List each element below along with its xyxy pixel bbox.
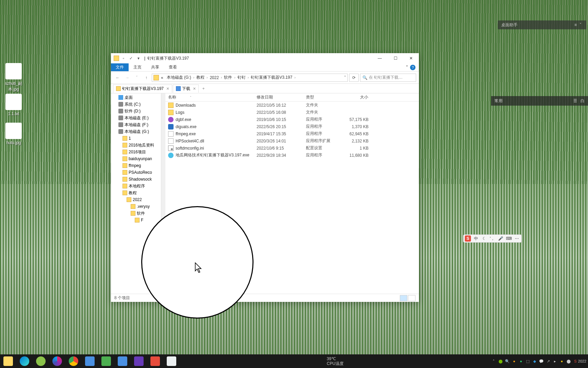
nav-history-dropdown[interactable]: ˅ bbox=[133, 74, 141, 82]
ribbon-tab-home[interactable]: 主页 bbox=[129, 63, 146, 71]
desktop-icon[interactable]: 1.1.txt bbox=[2, 94, 26, 116]
file-row[interactable]: dgbf.exe2019/10/6 10:15应用程序57,175 KB bbox=[165, 116, 419, 123]
close-button[interactable]: ✕ bbox=[403, 53, 419, 63]
tray-icon[interactable]: ↗ bbox=[545, 358, 551, 364]
file-row[interactable]: Downloads2022/10/5 16:12文件夹 bbox=[165, 102, 419, 109]
window-tab[interactable]: 下载 × bbox=[173, 85, 199, 93]
taskbar-app[interactable] bbox=[82, 354, 98, 368]
tray-icon[interactable]: ⬚ bbox=[525, 358, 531, 364]
tray-icon[interactable]: ▸ bbox=[552, 358, 558, 364]
tray-icon[interactable]: ⬤ bbox=[566, 358, 572, 364]
tree-node[interactable]: 软件 bbox=[111, 210, 161, 217]
taskbar-app[interactable] bbox=[131, 354, 147, 368]
right-sidebar[interactable]: 常用 ☰ 白 bbox=[491, 96, 588, 106]
titlebar[interactable]: ▫ ✓ ▾ | 钉钉直播下载器V3.197 — ☐ ✕ bbox=[111, 53, 419, 63]
assistant-chevron-icon[interactable]: ˅ bbox=[578, 22, 583, 27]
tree-node[interactable]: .verysy bbox=[111, 203, 161, 210]
tree-node[interactable]: 教程 bbox=[111, 189, 161, 196]
moon-icon[interactable]: ☾ bbox=[481, 235, 487, 242]
start-button[interactable] bbox=[0, 354, 16, 368]
window-tab[interactable]: 钉钉直播下载器V3.197 × bbox=[113, 85, 172, 93]
tray-icon[interactable]: ● bbox=[559, 358, 565, 364]
tree-node[interactable]: baiduyunpan bbox=[111, 155, 161, 162]
tray-icon[interactable]: ● bbox=[518, 358, 524, 364]
taskbar-app[interactable] bbox=[163, 354, 180, 368]
tree-node[interactable]: 本地磁盘 (G:) bbox=[111, 128, 161, 135]
taskbar-app[interactable] bbox=[147, 354, 163, 368]
view-details-button[interactable] bbox=[400, 295, 407, 301]
ime-punct[interactable]: '， bbox=[489, 235, 495, 242]
tree-node[interactable]: 系统 (C:) bbox=[111, 101, 161, 108]
desktop-icon[interactable]: szhuti_副本.jpg bbox=[2, 63, 26, 92]
file-row[interactable]: diguats.exe2022/5/26 20:15应用程序1,370 KB bbox=[165, 123, 419, 130]
tree-node[interactable]: 1 bbox=[111, 135, 161, 142]
qat-dropdown-icon[interactable]: ▾ bbox=[135, 55, 142, 61]
tree-node[interactable]: 桌面 bbox=[111, 94, 161, 101]
chevron-down-icon[interactable]: ˅ bbox=[344, 75, 346, 80]
qat-button[interactable]: ▫ bbox=[120, 55, 127, 61]
tab-close-icon[interactable]: × bbox=[166, 86, 169, 91]
ribbon-tab-share[interactable]: 共享 bbox=[146, 63, 164, 71]
taskbar[interactable]: 39℃ CPU温度 ˄ ⬤ 🔍 ● ● ⬚ ◆ 💬 ↗ ▸ ● ⬤ S 2022 bbox=[0, 354, 588, 368]
taskbar-app[interactable] bbox=[49, 354, 65, 368]
keyboard-icon[interactable]: ⌨ bbox=[506, 235, 512, 242]
tree-node[interactable]: 软件 (D:) bbox=[111, 108, 161, 114]
file-row[interactable]: Logs2022/10/5 16:08文件夹 bbox=[165, 109, 419, 116]
maximize-button[interactable]: ☐ bbox=[388, 53, 403, 63]
sogou-icon[interactable]: S bbox=[465, 235, 471, 242]
tree-node[interactable]: ffmpeg bbox=[111, 162, 161, 169]
tree-node[interactable]: 本地程序 bbox=[111, 183, 161, 189]
minimize-button[interactable]: — bbox=[372, 53, 388, 63]
tree-node[interactable]: 2016地瓜资料 bbox=[111, 142, 161, 149]
tab-close-icon[interactable]: × bbox=[193, 86, 196, 91]
taskbar-app[interactable] bbox=[16, 354, 33, 368]
tree-node[interactable]: 本地磁盘 (E:) bbox=[111, 114, 161, 121]
taskbar-app[interactable] bbox=[65, 354, 82, 368]
tree-node[interactable]: F bbox=[111, 217, 161, 224]
taskbar-app[interactable] bbox=[98, 354, 114, 368]
column-headers[interactable]: 名称˄ 修改日期 类型 大小 bbox=[165, 93, 419, 102]
tree-node[interactable]: PSAutoReco bbox=[111, 169, 161, 176]
desktop-assistant-bar[interactable]: 桌面助手 ≡ ˅ bbox=[498, 20, 586, 29]
file-row[interactable]: ffmpeg.exe2019/4/17 15:35应用程序62,945 KB bbox=[165, 130, 419, 137]
refresh-button[interactable]: ⟳ bbox=[349, 74, 359, 82]
ime-lang[interactable]: 中 bbox=[473, 235, 479, 242]
tree-node[interactable]: 2022 bbox=[111, 196, 161, 203]
file-row[interactable]: softdmconfig.ini2022/10/6 9:15配置设置1 KB bbox=[165, 144, 419, 152]
ribbon-expand-icon[interactable]: ˅ bbox=[406, 65, 408, 70]
add-tab-button[interactable]: + bbox=[199, 85, 207, 93]
ribbon-tab-file[interactable]: 文件 bbox=[111, 63, 129, 71]
desktop-icon[interactable]: hutu.jpg bbox=[2, 123, 26, 145]
mic-icon[interactable]: 🎤 bbox=[497, 235, 504, 242]
tray-icon[interactable]: ⬤ bbox=[497, 358, 504, 364]
tray-icon[interactable]: ˄ bbox=[491, 358, 497, 364]
nav-up-button[interactable]: ↑ bbox=[142, 74, 150, 82]
nav-forward-button[interactable]: → bbox=[123, 74, 131, 82]
nav-back-button[interactable]: ← bbox=[114, 74, 122, 82]
tray-clock[interactable]: 2022 bbox=[579, 358, 585, 364]
tree-node[interactable]: 本地磁盘 (F:) bbox=[111, 121, 161, 128]
tray-icon[interactable]: ◆ bbox=[532, 358, 538, 364]
system-tray[interactable]: ˄ ⬤ 🔍 ● ● ⬚ ◆ 💬 ↗ ▸ ● ⬤ S 2022 bbox=[491, 358, 588, 364]
breadcrumb[interactable]: « 本地磁盘 (G:)› 教程› 2022› 软件› 钉钉› 钉钉直播下载器V3… bbox=[152, 74, 348, 82]
tray-icon[interactable]: 💬 bbox=[538, 358, 544, 364]
list-icon[interactable]: ☰ bbox=[573, 98, 577, 103]
tree-node[interactable]: Shadowsock bbox=[111, 176, 161, 183]
tray-icon[interactable]: ● bbox=[511, 358, 517, 364]
tray-icon[interactable]: 🔍 bbox=[504, 358, 510, 364]
view-icons-button[interactable] bbox=[408, 295, 415, 301]
ime-toolbar[interactable]: S 中 ☾ '， 🎤 ⌨ ⋯ bbox=[463, 234, 522, 243]
ime-menu-icon[interactable]: ⋯ bbox=[514, 235, 520, 242]
file-row[interactable]: HPSocket4C.dll2020/3/26 14:01应用程序扩展2,132… bbox=[165, 137, 419, 144]
taskbar-app[interactable] bbox=[114, 354, 131, 368]
file-row[interactable]: 地瓜网络技术钉钉直播下载器V3.197.exe2022/9/28 18:34应用… bbox=[165, 152, 419, 159]
help-icon[interactable]: ? bbox=[410, 65, 415, 70]
ribbon-tab-view[interactable]: 查看 bbox=[164, 63, 182, 71]
assistant-menu-icon[interactable]: ≡ bbox=[573, 22, 578, 27]
temperature-widget[interactable]: 39℃ CPU温度 bbox=[324, 356, 346, 366]
qat-button[interactable]: ✓ bbox=[128, 55, 134, 61]
search-input[interactable]: 🔍 在 钉钉直播下载… bbox=[360, 74, 416, 82]
tray-icon[interactable]: S bbox=[572, 358, 578, 364]
taskbar-app[interactable] bbox=[33, 354, 49, 368]
tree-node[interactable]: 2016项目 bbox=[111, 149, 161, 155]
